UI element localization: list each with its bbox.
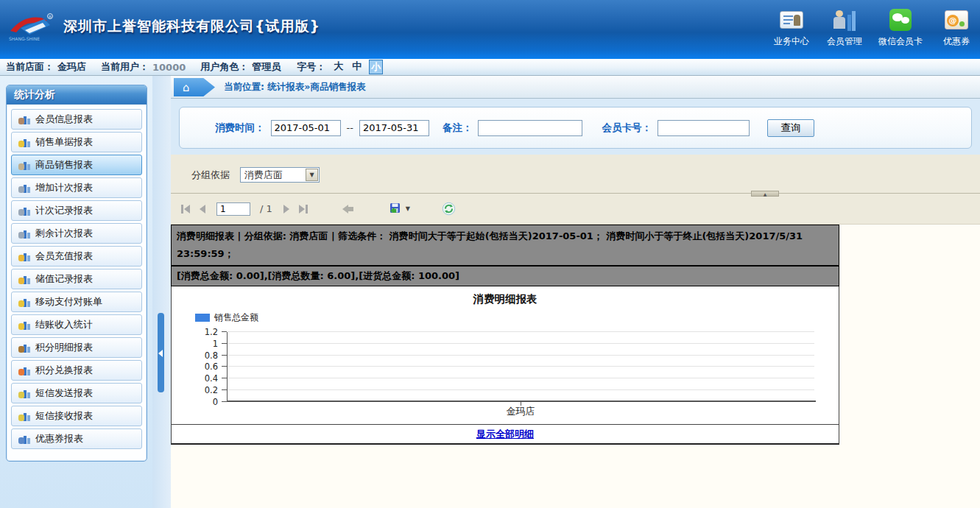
back-button[interactable] bbox=[342, 205, 353, 214]
sidebar-title: 统计分析 bbox=[7, 85, 147, 105]
panel-collapse-handle[interactable]: ▲ bbox=[751, 191, 779, 197]
legend-label: 销售总金额 bbox=[214, 311, 258, 324]
report-summary-bar: [消费总金额: 0.00],[消费总数量: 6.00],[进货总金额: 100.… bbox=[171, 267, 839, 286]
note-input[interactable] bbox=[478, 120, 582, 136]
export-dropdown-icon: ▼ bbox=[406, 205, 410, 212]
time-label: 消费时间： bbox=[215, 121, 265, 135]
font-size-buttons: 大中小 bbox=[331, 60, 384, 74]
sidebar-item-label: 计次记录报表 bbox=[35, 204, 93, 217]
sidebar-item-剩余计次报表[interactable]: 剩余计次报表 bbox=[11, 223, 142, 244]
y-tick-label: 1.2 bbox=[186, 327, 218, 337]
breadcrumb: 当前位置: 统计报表»商品销售报表 bbox=[224, 81, 365, 94]
y-tick-mark bbox=[222, 343, 227, 344]
y-tick-label: 0.2 bbox=[186, 385, 218, 395]
note-label: 备注： bbox=[443, 121, 473, 135]
sidebar-item-销售单据报表[interactable]: 销售单据报表 bbox=[11, 132, 142, 152]
y-tick-mark bbox=[222, 378, 227, 378]
sidebar-item-label: 增加计次报表 bbox=[35, 181, 93, 194]
main-layout: 统计分析 会员信息报表销售单据报表商品销售报表增加计次报表计次记录报表剩余计次报… bbox=[0, 76, 980, 508]
member-info-report-icon bbox=[18, 114, 30, 125]
sidebar-item-label: 积分兑换报表 bbox=[35, 364, 93, 377]
sidebar-item-label: 移动支付对账单 bbox=[35, 295, 102, 308]
count-record-report-icon bbox=[18, 205, 30, 216]
nav-优惠券[interactable]: @优惠券 bbox=[937, 7, 976, 48]
x-axis-line bbox=[227, 401, 816, 402]
font-size-大[interactable]: 大 bbox=[332, 60, 345, 74]
refresh-icon bbox=[442, 202, 456, 216]
export-button[interactable]: ▼ bbox=[389, 202, 410, 215]
sidebar-item-优惠券报表[interactable]: 优惠券报表 bbox=[11, 428, 142, 449]
y-tick-label: 1 bbox=[186, 339, 218, 349]
nav-微信会员卡[interactable]: 微信会员卡 bbox=[878, 7, 923, 48]
coupon-report-icon bbox=[18, 434, 30, 445]
font-size-小[interactable]: 小 bbox=[369, 60, 383, 74]
sidebar-item-会员信息报表[interactable]: 会员信息报表 bbox=[11, 109, 142, 130]
previous-page-button[interactable] bbox=[198, 203, 207, 215]
filter-panel: 消费时间： -- 备注： 会员卡号： 查询 bbox=[179, 107, 972, 149]
filter-strip: 消费时间： -- 备注： 会员卡号： 查询 bbox=[171, 99, 980, 155]
y-tick-mark bbox=[222, 401, 227, 402]
y-tick-mark bbox=[222, 389, 227, 390]
brand: R SHANG-SHINE 深圳市上誉智能科技有限公司{试用版} bbox=[7, 10, 320, 43]
sidebar-item-label: 剩余计次报表 bbox=[35, 227, 93, 240]
date-to-input[interactable] bbox=[359, 120, 429, 136]
next-page-button[interactable] bbox=[282, 203, 291, 215]
sidebar-item-计次记录报表[interactable]: 计次记录报表 bbox=[11, 200, 142, 221]
sidebar-item-积分明细报表[interactable]: 积分明细报表 bbox=[11, 337, 142, 358]
nav-会员管理[interactable]: 会员管理 bbox=[825, 7, 864, 48]
sidebar-item-label: 会员充值报表 bbox=[35, 250, 93, 263]
grouping-select[interactable]: 消费店面 ▼ bbox=[240, 167, 320, 183]
home-icon: ⌂ bbox=[183, 81, 190, 94]
sms-receive-report-icon bbox=[18, 411, 30, 422]
sidebar-item-储值记录报表[interactable]: 储值记录报表 bbox=[11, 269, 142, 289]
query-button[interactable]: 查询 bbox=[767, 119, 814, 137]
sidebar-menu: 会员信息报表销售单据报表商品销售报表增加计次报表计次记录报表剩余计次报表会员充值… bbox=[7, 105, 147, 454]
sidebar-item-商品销售报表[interactable]: 商品销售报表 bbox=[11, 155, 142, 175]
sidebar-item-移动支付对账单[interactable]: 移动支付对账单 bbox=[11, 292, 142, 312]
sidebar-item-会员充值报表[interactable]: 会员充值报表 bbox=[11, 246, 142, 267]
font-size-switcher: 字号： 大中小 bbox=[295, 60, 384, 74]
sidebar-item-label: 优惠券报表 bbox=[35, 432, 83, 445]
info-bar: 当前店面： 金玛店 当前用户： 10000 用户角色： 管理员 字号： 大中小 bbox=[0, 59, 980, 76]
sidebar-item-结账收入统计[interactable]: 结账收入统计 bbox=[11, 314, 142, 335]
business-center-icon bbox=[778, 7, 805, 32]
show-all-details-link[interactable]: 显示全部明细 bbox=[476, 428, 534, 441]
y-tick-label: 0.4 bbox=[186, 373, 218, 384]
grouping-label: 分组依据 bbox=[191, 169, 230, 182]
chart-legend: 销售总金额 bbox=[195, 311, 258, 324]
nav-业务中心[interactable]: 业务中心 bbox=[772, 7, 811, 48]
save-export-icon bbox=[389, 202, 402, 215]
remaining-count-report-icon bbox=[18, 228, 30, 239]
sidebar-item-短信接收报表[interactable]: 短信接收报表 bbox=[11, 406, 142, 426]
coupon-icon: @ bbox=[943, 7, 970, 32]
company-logo-icon: R SHANG-SHINE bbox=[7, 10, 56, 43]
sidebar-item-label: 结账收入统计 bbox=[35, 318, 93, 331]
sidebar-item-短信发送报表[interactable]: 短信发送报表 bbox=[11, 383, 142, 403]
y-tick-mark bbox=[222, 366, 227, 367]
chevron-down-icon: ▼ bbox=[306, 169, 318, 181]
y-tick-mark bbox=[222, 355, 227, 356]
refresh-button[interactable] bbox=[442, 202, 456, 216]
checkout-income-stats-icon bbox=[18, 320, 30, 331]
mobile-payment-statement-icon bbox=[18, 297, 30, 308]
member-card-input[interactable] bbox=[658, 120, 750, 136]
current-store: 当前店面： 金玛店 bbox=[6, 60, 86, 74]
sidebar-item-积分兑换报表[interactable]: 积分兑换报表 bbox=[11, 360, 142, 381]
first-page-button[interactable] bbox=[180, 203, 191, 215]
chart-title: 消费明细报表 bbox=[172, 292, 839, 306]
gridline bbox=[228, 331, 814, 332]
sidebar-collapse-handle[interactable] bbox=[158, 313, 164, 392]
breadcrumb-bar: ⌂ 当前位置: 统计报表»商品销售报表 bbox=[171, 76, 980, 99]
top-header-bar: R SHANG-SHINE 深圳市上誉智能科技有限公司{试用版} 业务中心会员管… bbox=[0, 0, 980, 59]
page-number-input[interactable] bbox=[216, 202, 250, 216]
consumption-chart: 消费明细报表 销售总金额 00.20.40.60.811.2金玛店 bbox=[171, 286, 839, 424]
back-arrow-icon bbox=[342, 205, 348, 214]
date-from-input[interactable] bbox=[271, 120, 341, 136]
gridline bbox=[228, 366, 814, 367]
font-size-中[interactable]: 中 bbox=[350, 60, 363, 74]
sidebar-panel: 统计分析 会员信息报表销售单据报表商品销售报表增加计次报表计次记录报表剩余计次报… bbox=[6, 85, 147, 462]
y-tick-label: 0.8 bbox=[186, 350, 218, 361]
sidebar-item-增加计次报表[interactable]: 增加计次报表 bbox=[11, 177, 142, 198]
last-page-button[interactable] bbox=[297, 203, 309, 215]
home-button[interactable]: ⌂ bbox=[174, 78, 215, 96]
